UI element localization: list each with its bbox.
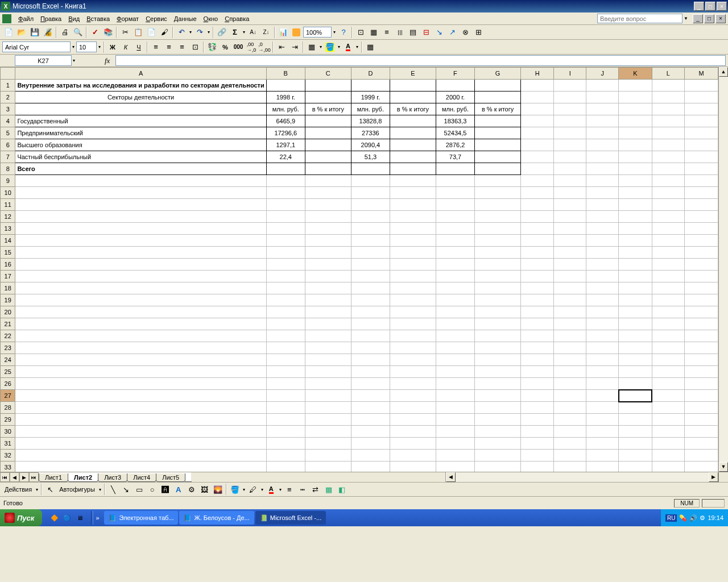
- cell-A1[interactable]: Внутренние затраты на исследования и раз…: [15, 80, 266, 92]
- cell-M1[interactable]: [685, 80, 718, 92]
- cell-E22[interactable]: [390, 330, 436, 342]
- cell-M8[interactable]: [685, 163, 718, 175]
- cell-F28[interactable]: [436, 402, 474, 414]
- cell-G5[interactable]: [475, 127, 521, 139]
- col-header-E[interactable]: E: [390, 68, 436, 80]
- cell-I13[interactable]: [554, 223, 586, 235]
- row-header-15[interactable]: 15: [1, 247, 15, 259]
- cell-E19[interactable]: [390, 294, 436, 306]
- cell-E32[interactable]: [390, 450, 436, 462]
- col-header-I[interactable]: I: [554, 68, 586, 80]
- cell-K32[interactable]: [619, 450, 652, 462]
- cell-I33[interactable]: [554, 462, 586, 472]
- quicklaunch-showdesktop-icon[interactable]: 🖥: [74, 512, 85, 523]
- scroll-down-button[interactable]: ▼: [719, 462, 728, 472]
- cell-J21[interactable]: [586, 318, 619, 330]
- cell-D31[interactable]: [351, 438, 390, 450]
- row-header-11[interactable]: 11: [1, 199, 15, 211]
- remove-arrows-button[interactable]: ⊗: [459, 26, 471, 39]
- chart-wizard-button[interactable]: 📊: [277, 26, 289, 39]
- cell-D3[interactable]: млн. руб.: [351, 103, 390, 115]
- cell-H14[interactable]: [521, 235, 554, 247]
- doc-close-button[interactable]: ×: [715, 14, 726, 23]
- cell-K2[interactable]: [619, 92, 652, 103]
- scroll-left-button[interactable]: ◀: [446, 472, 456, 482]
- cell-K6[interactable]: [619, 139, 652, 151]
- cell-D21[interactable]: [351, 318, 390, 330]
- cell-A25[interactable]: [15, 366, 266, 378]
- cell-G18[interactable]: [475, 282, 521, 294]
- cell-M13[interactable]: [685, 223, 718, 235]
- clipart-button[interactable]: 🖼: [198, 483, 211, 496]
- cell-M30[interactable]: [685, 426, 718, 438]
- cell-F15[interactable]: [436, 247, 474, 259]
- cell-M10[interactable]: [685, 187, 718, 199]
- cell-J5[interactable]: [586, 127, 619, 139]
- cell-F4[interactable]: 18363,3: [436, 115, 474, 127]
- row-header-26[interactable]: 26: [1, 378, 15, 390]
- cell-C2[interactable]: [305, 92, 351, 103]
- menu-Окно[interactable]: Окно: [200, 14, 222, 23]
- paste-button[interactable]: 📄: [145, 26, 158, 39]
- cell-I17[interactable]: [554, 271, 586, 282]
- new-button[interactable]: 📄: [2, 26, 15, 39]
- borders-dd-icon[interactable]: ▾: [318, 44, 323, 49]
- cell-D5[interactable]: 27336: [351, 127, 390, 139]
- cell-A15[interactable]: [15, 247, 266, 259]
- cell-L24[interactable]: [652, 354, 685, 366]
- cell-M21[interactable]: [685, 318, 718, 330]
- row-header-32[interactable]: 32: [1, 450, 15, 462]
- cell-F26[interactable]: [436, 378, 474, 390]
- open-button[interactable]: 📂: [15, 26, 28, 39]
- cell-D9[interactable]: [351, 175, 390, 187]
- cell-K21[interactable]: [619, 318, 652, 330]
- cell-B6[interactable]: 1297,1: [266, 139, 305, 151]
- cell-K17[interactable]: [619, 271, 652, 282]
- cell-I24[interactable]: [554, 354, 586, 366]
- cells-button[interactable]: ▦: [367, 26, 380, 39]
- cell-J32[interactable]: [586, 450, 619, 462]
- cell-H13[interactable]: [521, 223, 554, 235]
- cell-A20[interactable]: [15, 306, 266, 318]
- cell-B5[interactable]: 17296,6: [266, 127, 305, 139]
- cell-A26[interactable]: [15, 378, 266, 390]
- cell-L16[interactable]: [652, 259, 685, 271]
- col-header-D[interactable]: D: [351, 68, 390, 80]
- cell-J24[interactable]: [586, 354, 619, 366]
- cell-F3[interactable]: млн. руб.: [436, 103, 474, 115]
- cell-I20[interactable]: [554, 306, 586, 318]
- cell-F19[interactable]: [436, 294, 474, 306]
- merge-button[interactable]: ⊡: [189, 41, 201, 53]
- cell-K16[interactable]: [619, 259, 652, 271]
- cell-B15[interactable]: [266, 247, 305, 259]
- cell-M7[interactable]: [685, 151, 718, 163]
- cell-A32[interactable]: [15, 450, 266, 462]
- cell-K15[interactable]: [619, 247, 652, 259]
- row-header-29[interactable]: 29: [1, 414, 15, 426]
- cell-E15[interactable]: [390, 247, 436, 259]
- cell-F5[interactable]: 52434,5: [436, 127, 474, 139]
- decrease-decimal-button[interactable]: ,0→,00: [258, 41, 271, 53]
- cell-M18[interactable]: [685, 282, 718, 294]
- cell-F31[interactable]: [436, 438, 474, 450]
- cell-C26[interactable]: [305, 378, 351, 390]
- cell-H22[interactable]: [521, 330, 554, 342]
- row-header-2[interactable]: 2: [1, 92, 15, 103]
- cell-H9[interactable]: [521, 175, 554, 187]
- cell-H5[interactable]: [521, 127, 554, 139]
- rectangle-button[interactable]: ▭: [133, 483, 146, 496]
- cell-A9[interactable]: [15, 175, 266, 187]
- align-center-button[interactable]: ≡: [163, 41, 175, 53]
- cell-I16[interactable]: [554, 259, 586, 271]
- row-header-24[interactable]: 24: [1, 354, 15, 366]
- cell-I23[interactable]: [554, 342, 586, 354]
- col-header-G[interactable]: G: [475, 68, 521, 80]
- cell-H25[interactable]: [521, 366, 554, 378]
- copy-button[interactable]: 📋: [132, 26, 144, 39]
- menu-Справка[interactable]: Справка: [221, 14, 253, 23]
- cell-H20[interactable]: [521, 306, 554, 318]
- cell-F23[interactable]: [436, 342, 474, 354]
- language-indicator[interactable]: RU: [665, 514, 677, 522]
- cell-F17[interactable]: [436, 271, 474, 282]
- cell-A19[interactable]: [15, 294, 266, 306]
